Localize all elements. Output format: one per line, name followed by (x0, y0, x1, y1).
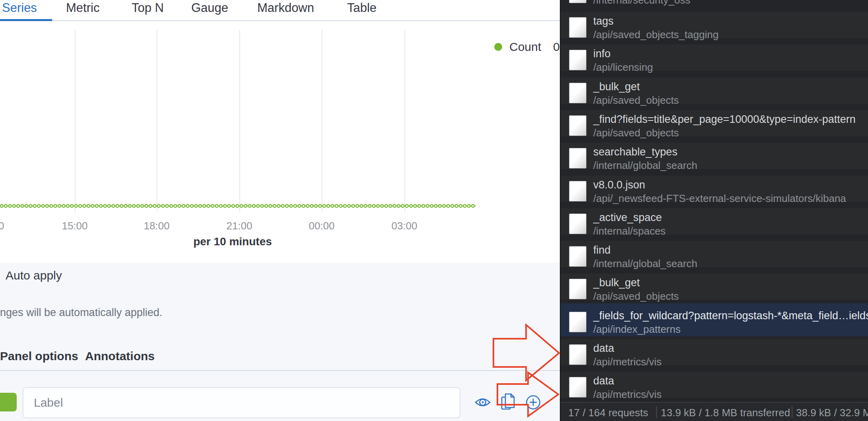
section-divider (0, 370, 560, 371)
request-url: /api/saved_objects (593, 290, 679, 303)
auto-apply-description: nges will be automatically applied. (0, 307, 162, 319)
request-name: find (593, 244, 611, 256)
request-url-partial: /internal/security_oss (593, 0, 690, 6)
x-axis-label: per 10 minutes (0, 235, 465, 248)
request-name: v8.0.0.json (593, 179, 645, 191)
status-request-count: 17 / 164 requests (568, 407, 648, 419)
chart-gridline (239, 30, 240, 212)
eye-icon[interactable] (474, 395, 491, 409)
chart-gridline (322, 30, 322, 212)
request-checkbox[interactable] (569, 83, 586, 103)
series-color-swatch[interactable] (0, 393, 17, 411)
request-name: _active_space (593, 211, 662, 224)
network-request-row[interactable]: searchable_types/internal/global_search (561, 140, 868, 173)
timeseries-chart (0, 0, 560, 223)
network-request-row[interactable]: _bulk_get/api/saved_objects (561, 74, 868, 107)
request-url: /internal/global_search (593, 159, 697, 172)
request-row-content: _active_space/internal/spaces (561, 208, 868, 235)
tab-metric[interactable]: Metric (66, 1, 99, 15)
request-row-content: _find?fields=title&per_page=10000&type=i… (561, 110, 868, 136)
series-label-input[interactable] (23, 387, 460, 418)
request-row-content: _bulk_get/api/saved_objects (561, 78, 868, 104)
request-checkbox[interactable] (569, 246, 586, 267)
status-transferred: 13.9 kB / 1.8 MB transferred (661, 407, 790, 419)
status-separator (656, 406, 657, 418)
request-name: searchable_types (593, 146, 678, 158)
clone-icon[interactable] (501, 393, 517, 412)
request-url: /api/index_patterns (593, 323, 681, 336)
request-name: _find?fields=title&per_page=10000&type=i… (593, 113, 856, 126)
plus-in-circle-icon[interactable] (525, 394, 541, 410)
request-checkbox[interactable] (569, 115, 586, 136)
devtools-network-panel: /internal/security_oss tags/api/saved_ob… (560, 0, 868, 421)
tab-series[interactable]: Series (2, 1, 37, 15)
network-status-bar: 17 / 164 requests 13.9 kB / 1.8 MB trans… (561, 402, 868, 421)
chart-gridline (157, 30, 157, 212)
network-request-row[interactable]: _active_space/internal/spaces (561, 205, 868, 238)
screenshot-root: SeriesMetricTop NGaugeMarkdownTable Coun… (0, 0, 868, 421)
status-separator (792, 406, 792, 418)
network-request-row[interactable]: info/api/licensing (561, 41, 868, 74)
request-checkbox[interactable] (569, 344, 586, 365)
request-name: data (593, 342, 614, 355)
request-checkbox[interactable] (569, 50, 586, 70)
request-row-content: _fields_for_wildcard?pattern=logstash-*&… (561, 307, 868, 333)
chart-gridline (404, 30, 405, 212)
request-row-content: v8.0.0.json/api/_newsfeed-FTS-external-s… (561, 176, 868, 202)
x-axis-tick: 18:00 (129, 220, 184, 232)
request-url: /internal/global_search (593, 258, 697, 270)
request-url: /api/_newsfeed-FTS-external-service-simu… (593, 192, 846, 205)
panel-tab-panel-options[interactable]: Panel options (0, 349, 78, 363)
panel-tab-annotations[interactable]: Annotations (85, 349, 155, 363)
x-axis-tick: 15:00 (47, 220, 103, 232)
tab-table[interactable]: Table (347, 1, 377, 15)
x-axis-tick: 21:00 (212, 220, 267, 232)
legend-series-dot (494, 43, 502, 51)
network-request-row[interactable]: _find?fields=title&per_page=10000&type=i… (561, 107, 868, 140)
request-url: /api/saved_objects_tagging (593, 29, 718, 41)
visualization-type-tabbar: SeriesMetricTop NGaugeMarkdownTable (0, 0, 560, 21)
request-url: /api/saved_objects (593, 127, 679, 139)
network-request-row[interactable]: _bulk_get/api/saved_objects (561, 270, 868, 303)
request-row-content: _bulk_get/api/saved_objects (561, 274, 868, 300)
network-request-row[interactable]: data/api/metrics/vis (561, 336, 868, 369)
network-request-row[interactable]: v8.0.0.json/api/_newsfeed-FTS-external-s… (561, 173, 868, 206)
request-row-content: tags/api/saved_objects_tagging (561, 12, 868, 38)
request-row-content: info/api/licensing (561, 45, 868, 71)
active-tab-underline (0, 19, 52, 21)
request-name: data (593, 375, 614, 387)
network-request-row[interactable]: find/internal/global_search (561, 238, 868, 271)
request-name: _fields_for_wildcard?pattern=logstash-*&… (593, 310, 868, 322)
request-name: info (593, 48, 611, 60)
request-url: /api/licensing (593, 61, 653, 74)
request-checkbox[interactable] (569, 148, 586, 169)
request-checkbox[interactable] (569, 17, 586, 38)
request-row-content: data/api/metrics/vis (561, 339, 868, 365)
chart-gridline (75, 30, 76, 212)
request-checkbox[interactable] (569, 312, 586, 332)
legend-series-value: 0 (553, 40, 560, 54)
status-resources: 38.9 kB / 32.9 MB (796, 407, 868, 419)
network-request-row[interactable]: data/api/metrics/vis (561, 369, 868, 402)
request-checkbox[interactable] (569, 279, 586, 299)
request-checkbox[interactable] (569, 377, 586, 398)
auto-apply-label: Auto apply (6, 269, 62, 282)
x-axis-tick: 03:00 (377, 220, 432, 232)
request-checkbox[interactable] (569, 213, 586, 234)
request-checkbox[interactable] (569, 0, 586, 3)
request-name: tags (593, 15, 614, 27)
request-checkbox[interactable] (569, 181, 586, 202)
request-url: /internal/spaces (593, 225, 666, 237)
chart-legend[interactable]: Count 0 (494, 39, 560, 55)
request-url: /api/metrics/vis (593, 388, 662, 401)
tab-top-n[interactable]: Top N (132, 1, 164, 15)
request-url: /api/metrics/vis (593, 356, 662, 368)
request-row-content: find/internal/global_search (561, 241, 868, 267)
tab-gauge[interactable]: Gauge (191, 1, 228, 15)
x-axis-tick-partial: 0 (0, 220, 10, 232)
tab-markdown[interactable]: Markdown (257, 1, 314, 15)
request-url: /api/saved_objects (593, 94, 679, 107)
request-row-content: searchable_types/internal/global_search (561, 143, 868, 169)
network-request-row[interactable]: tags/api/saved_objects_tagging (561, 9, 868, 42)
network-request-row[interactable]: _fields_for_wildcard?pattern=logstash-*&… (561, 303, 868, 336)
